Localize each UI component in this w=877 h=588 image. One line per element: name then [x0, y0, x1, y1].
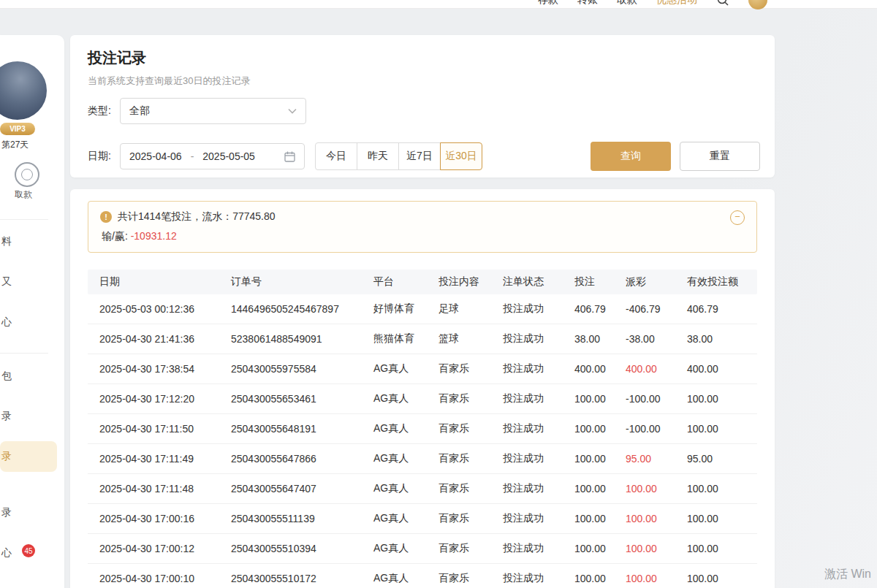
col-status: 注单状态	[491, 275, 563, 289]
cell-order: 250430055510394	[219, 543, 362, 554]
cell-platform: AG真人	[362, 362, 427, 375]
cell-bet: 100.00	[563, 513, 614, 524]
winloss-value: -10931.12	[131, 230, 177, 242]
cell-status: 投注成功	[491, 362, 563, 375]
cell-bet: 100.00	[563, 573, 614, 584]
type-label: 类型:	[88, 104, 115, 118]
withdraw-stamp-icon[interactable]	[15, 162, 39, 187]
cell-bet: 100.00	[563, 393, 614, 405]
top-navbar: 存款 转账 取款 优惠活动	[0, 0, 877, 9]
cell-valid: 95.00	[675, 453, 757, 465]
results-card: ! 共计1414笔投注，流水：77745.80 输/赢: -10931.12 −…	[70, 189, 775, 588]
sidebar-item-4[interactable]: 包	[0, 364, 58, 389]
cell-status: 投注成功	[491, 482, 563, 495]
cell-status: 投注成功	[491, 542, 563, 555]
page-title: 投注记录	[88, 48, 757, 68]
date-range-picker[interactable]: 2025-04-06 - 2025-05-05	[120, 143, 305, 169]
cell-order: 250430055975584	[219, 363, 362, 375]
cell-platform: AG真人	[362, 452, 427, 465]
cell-date: 2025-04-30 17:12:20	[88, 393, 219, 405]
cell-order: 1446496505245467897	[219, 303, 362, 315]
cell-date: 2025-04-30 17:00:16	[88, 513, 219, 524]
summary-totals: 共计1414笔投注，流水：77745.80	[118, 210, 276, 224]
date-start: 2025-04-06	[129, 150, 182, 162]
nav-item-promo[interactable]: 优惠活动	[656, 0, 697, 7]
cell-content: 百家乐	[427, 482, 491, 495]
winloss-label: 输/赢:	[102, 230, 128, 242]
cell-content: 百家乐	[427, 512, 491, 525]
cell-date: 2025-04-30 17:38:54	[88, 363, 219, 375]
table-header-row: 日期 订单号 平台 投注内容 注单状态 投注 派彩 有效投注额	[88, 270, 757, 294]
os-watermark: 激活 Win	[824, 567, 871, 582]
user-avatar-top[interactable]	[748, 0, 767, 9]
cell-content: 百家乐	[427, 452, 491, 465]
cell-date: 2025-04-30 21:41:36	[88, 333, 219, 345]
cell-order: 250430055653461	[219, 393, 362, 405]
type-select[interactable]: 全部	[120, 98, 306, 124]
cell-valid: 100.00	[675, 573, 757, 584]
reset-button[interactable]: 重置	[680, 142, 760, 171]
search-icon[interactable]	[716, 0, 729, 7]
sidebar-item-1[interactable]: 料	[0, 229, 58, 254]
nav-item-deposit[interactable]: 存款	[538, 0, 558, 7]
sidebar-divider	[0, 353, 48, 354]
vip-badge: VIP3	[0, 123, 35, 135]
table-row: 2025-04-30 17:11:50 250430055648191 AG真人…	[88, 414, 757, 444]
sidebar-item-2[interactable]: 又	[0, 270, 58, 294]
nav-item-withdraw[interactable]: 取款	[617, 0, 637, 7]
cell-payout: 100.00	[614, 573, 675, 584]
col-date: 日期	[88, 275, 219, 289]
cell-platform: AG真人	[362, 542, 427, 555]
cell-date: 2025-04-30 17:11:48	[88, 483, 219, 495]
cell-bet: 38.00	[563, 333, 614, 345]
cell-platform: AG真人	[362, 512, 427, 525]
sidebar-item-3[interactable]: 心	[0, 310, 58, 335]
col-platform: 平台	[362, 275, 427, 289]
date-filter-row: 日期: 2025-04-06 - 2025-05-05 今日 昨天 近7日 近3…	[88, 142, 760, 171]
sidebar: VIP3 第27天 取款 料 又 心 包 录 录 录 心 45	[0, 35, 64, 588]
user-avatar[interactable]	[0, 60, 48, 121]
cell-content: 足球	[427, 302, 491, 316]
cell-payout: 100.00	[614, 543, 675, 554]
table-row: 2025-04-30 21:41:36 5238061488549091 熊猫体…	[88, 324, 757, 354]
quick-range-yesterday[interactable]: 昨天	[357, 142, 399, 170]
cell-bet: 100.00	[563, 423, 614, 435]
cell-bet: 406.79	[563, 303, 614, 315]
page-subtitle: 当前系统支持查询最近30日的投注记录	[88, 75, 757, 88]
notification-badge: 45	[22, 544, 35, 557]
table-row: 2025-04-30 17:00:12 250430055510394 AG真人…	[88, 534, 757, 564]
date-separator: -	[191, 150, 194, 162]
cell-payout: -100.00	[614, 393, 675, 405]
quick-range-today[interactable]: 今日	[315, 142, 357, 170]
cell-valid: 100.00	[675, 543, 757, 554]
sidebar-item-5[interactable]: 录	[0, 404, 58, 429]
filter-card: 投注记录 当前系统支持查询最近30日的投注记录 类型: 全部 日期: 2025-…	[70, 35, 775, 177]
cell-payout: -100.00	[614, 423, 675, 435]
cell-bet: 400.00	[563, 363, 614, 375]
table-row: 2025-04-30 17:38:54 250430055975584 AG真人…	[88, 354, 757, 384]
col-payout: 派彩	[614, 275, 675, 289]
cell-platform: 好博体育	[362, 302, 427, 316]
cell-date: 2025-04-30 17:11:50	[88, 423, 219, 435]
sidebar-item-7[interactable]: 录	[0, 500, 58, 525]
query-button[interactable]: 查询	[591, 142, 671, 171]
quick-range-30days[interactable]: 近30日	[440, 142, 482, 170]
cell-valid: 100.00	[675, 513, 757, 524]
collapse-icon[interactable]: −	[730, 210, 745, 225]
cell-bet: 100.00	[563, 483, 614, 495]
cell-status: 投注成功	[491, 572, 563, 585]
table-row: 2025-04-30 17:11:49 250430055647866 AG真人…	[88, 444, 757, 474]
cell-valid: 38.00	[675, 333, 757, 345]
cell-date: 2025-04-30 17:00:12	[88, 543, 219, 554]
quick-range-7days[interactable]: 近7日	[398, 142, 441, 170]
summary-box: ! 共计1414笔投注，流水：77745.80 输/赢: -10931.12 −	[88, 201, 757, 253]
nav-item-transfer[interactable]: 转账	[577, 0, 598, 7]
cell-valid: 406.79	[675, 303, 757, 315]
table-row: 2025-04-30 17:00:10 250430055510172 AG真人…	[88, 564, 757, 588]
type-filter-row: 类型: 全部	[88, 98, 760, 124]
withdraw-label: 取款	[15, 188, 32, 201]
cell-status: 投注成功	[491, 452, 563, 465]
sidebar-item-bet-records[interactable]: 录	[0, 441, 57, 472]
cell-payout: 95.00	[614, 453, 675, 465]
cell-content: 百家乐	[427, 542, 491, 555]
